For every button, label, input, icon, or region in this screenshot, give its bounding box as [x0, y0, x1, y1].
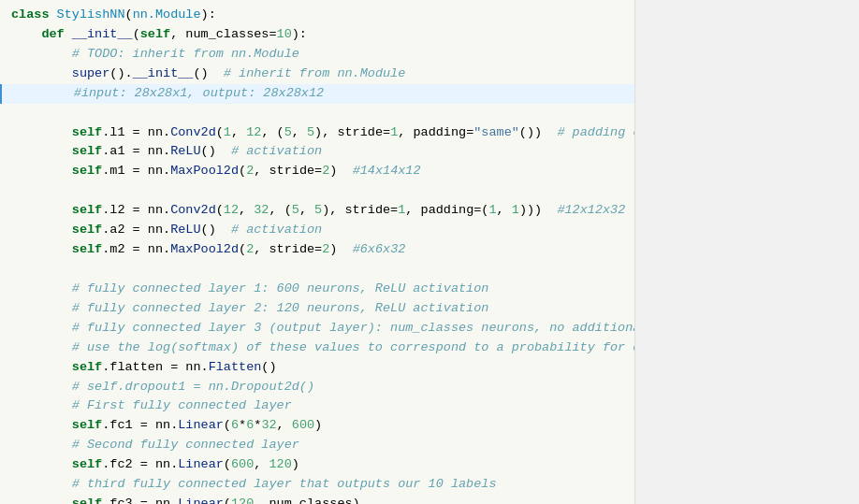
- code-line: self.l2 = nn.Conv2d(12, 32, (5, 5), stri…: [0, 201, 634, 221]
- code-line: self.m2 = nn.MaxPool2d(2, stride=2) #6x6…: [0, 240, 634, 260]
- code-editor: class StylishNN(nn.Module): def __init__…: [0, 0, 859, 504]
- right-panel: [634, 0, 859, 504]
- code-line: self.fc1 = nn.Linear(6*6*32, 600): [0, 416, 634, 436]
- code-line: # Second fully connected layer: [0, 436, 634, 455]
- code-line: # fully connected layer 2: 120 neurons, …: [0, 299, 634, 319]
- code-line: # fully connected layer 1: 600 neurons, …: [0, 280, 634, 299]
- code-line: # use the log(softmax) of these values t…: [0, 338, 634, 358]
- code-line: # self.dropout1 = nn.Dropout2d(): [0, 378, 634, 397]
- code-line: self.m1 = nn.MaxPool2d(2, stride=2) #14x…: [0, 162, 634, 181]
- code-line: self.flatten = nn.Flatten(): [0, 358, 634, 378]
- code-line: [0, 260, 634, 280]
- code-line: self.fc3 = nn.Linear(120, num_classes): [0, 495, 634, 504]
- code-line: self.l1 = nn.Conv2d(1, 12, (5, 5), strid…: [0, 123, 634, 143]
- code-line: self.a2 = nn.ReLU() # activation: [0, 221, 634, 240]
- code-line: # fully connected layer 3 (output layer)…: [0, 319, 634, 338]
- code-content[interactable]: class StylishNN(nn.Module): def __init__…: [0, 0, 634, 504]
- code-line: [0, 181, 634, 201]
- code-line: #input: 28x28x1, output: 28x28x12: [0, 84, 634, 104]
- code-line: [0, 104, 634, 123]
- code-line: self.fc2 = nn.Linear(600, 120): [0, 455, 634, 475]
- code-line: # third fully connected layer that outpu…: [0, 475, 634, 495]
- code-line: self.a1 = nn.ReLU() # activation: [0, 142, 634, 162]
- code-line: super().__init__() # inherit from nn.Mod…: [0, 65, 634, 84]
- code-line: # TODO: inherit from nn.Module: [0, 45, 634, 65]
- code-line: class StylishNN(nn.Module):: [0, 6, 634, 25]
- code-line: def __init__(self, num_classes=10):: [0, 25, 634, 45]
- code-line: # First fully connected layer: [0, 396, 634, 416]
